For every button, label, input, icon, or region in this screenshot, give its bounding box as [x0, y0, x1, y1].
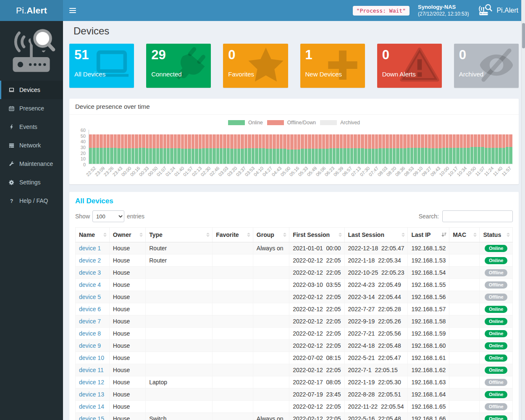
y-tick-label: 50: [81, 134, 86, 138]
cell-type: [146, 303, 213, 315]
summary-card-new-devices[interactable]: 1New Devices: [300, 44, 365, 88]
legend-item-archived[interactable]: Archived: [320, 120, 360, 126]
y-tick-label: 30: [81, 145, 86, 150]
legend-swatch: [228, 120, 245, 125]
page-length-select[interactable]: 100: [92, 210, 124, 222]
summary-card-down-alerts[interactable]: 0Down Alerts: [377, 44, 442, 88]
scrollbar-thumb[interactable]: [522, 23, 525, 48]
sidebar-item-settings[interactable]: Settings: [0, 173, 63, 192]
card-label: Down Alerts: [382, 71, 416, 78]
sort-asc-active-icon: [441, 232, 446, 237]
chart-bar: [463, 134, 466, 164]
device-link[interactable]: device 10: [79, 354, 104, 361]
cell-owner: House: [109, 315, 145, 328]
device-link[interactable]: device 15: [79, 415, 104, 420]
column-header-owner[interactable]: Owner: [109, 228, 145, 242]
y-tick-label: 60: [81, 128, 86, 132]
chart-bar: [152, 134, 155, 164]
device-link[interactable]: device 8: [79, 330, 101, 337]
cell-last-ip: 192.168.1.66: [408, 413, 449, 420]
chart-bar: [269, 134, 272, 164]
cell-first-session: 2022-02-12 22:05: [289, 413, 344, 420]
cell-last-session: 2022-1-18 22:05.34: [344, 255, 408, 267]
column-header-last-session[interactable]: Last Session: [344, 228, 408, 242]
column-header-name[interactable]: Name: [76, 228, 110, 242]
sidebar-item-devices[interactable]: Devices: [0, 81, 63, 99]
cell-last-ip: 192.168.1.54: [408, 267, 449, 279]
device-link[interactable]: device 7: [79, 318, 101, 325]
cell-type: [146, 279, 213, 291]
device-link[interactable]: device 12: [79, 379, 104, 386]
device-link[interactable]: device 5: [79, 294, 101, 300]
chart-bar: [244, 134, 247, 164]
cell-mac: [449, 315, 480, 328]
chart-bar: [195, 134, 198, 164]
sidebar-item-events[interactable]: Events: [0, 118, 63, 136]
device-link[interactable]: device 1: [79, 245, 101, 252]
column-header-first-session[interactable]: First Session: [289, 228, 344, 242]
summary-card-favorites[interactable]: 0Favorites: [223, 44, 288, 88]
brand-logo[interactable]: Pi.Alert: [0, 0, 63, 21]
device-link[interactable]: device 2: [79, 257, 101, 264]
cell-name: device 10: [76, 352, 110, 364]
summary-card-archived[interactable]: 0Archived: [454, 44, 519, 88]
summary-card-connected[interactable]: 29Connected: [146, 44, 211, 88]
chart-bar: [357, 134, 360, 164]
cell-owner: House: [109, 279, 145, 291]
cell-name: device 5: [76, 291, 110, 303]
cell-mac: [449, 364, 480, 376]
chart-bar: [223, 134, 226, 164]
cell-group: [253, 376, 289, 388]
cell-name: device 3: [76, 267, 110, 279]
legend-item-offline-down[interactable]: Offline/Down: [267, 120, 316, 126]
sidebar-item-maintenance[interactable]: Maintenance: [0, 155, 63, 173]
device-link[interactable]: device 11: [79, 367, 104, 373]
chart-bar: [301, 134, 304, 164]
device-link[interactable]: device 14: [79, 403, 104, 410]
page-scrollbar[interactable]: [521, 0, 525, 420]
device-link[interactable]: device 9: [79, 342, 101, 349]
chart-bar: [280, 134, 283, 164]
column-header-mac[interactable]: MAC: [449, 228, 480, 242]
device-link[interactable]: device 3: [79, 269, 101, 276]
table-row: device 2HouseRouter2022-02-12 22:052022-…: [76, 255, 513, 267]
chart-bar: [128, 134, 131, 164]
table-row: device 5House2022-02-12 22:052022-3-14 2…: [76, 291, 513, 303]
table-row: device 8House2022-02-12 22:052022-7-21 2…: [76, 328, 513, 340]
sidebar-item-presence[interactable]: Presence: [0, 99, 63, 118]
cell-status: Online: [480, 315, 513, 328]
devices-table-body: All Devices Show100entries Search: NameO…: [69, 192, 519, 420]
x-tick-label: 22:52: [85, 165, 97, 177]
chart-bar: [170, 134, 173, 164]
sidebar-item-help-faq[interactable]: ?Help / FAQ: [0, 192, 63, 210]
chart-bar: [205, 134, 208, 164]
sidebar-item-label: Presence: [19, 105, 44, 112]
legend-item-online[interactable]: Online: [228, 120, 263, 126]
table-row: device 4House2022-03-10 03:552022-4-23 2…: [76, 279, 513, 291]
sidebar-toggle-button[interactable]: [63, 0, 82, 21]
chart-bar: [453, 134, 456, 164]
column-header-last-ip[interactable]: Last IP: [408, 228, 449, 242]
chart-bar: [502, 134, 505, 164]
cell-favorite: [213, 242, 253, 255]
chart-bar: [276, 134, 279, 164]
sidebar-item-label: Network: [19, 142, 41, 149]
device-link[interactable]: device 6: [79, 306, 101, 312]
device-link[interactable]: device 13: [79, 391, 104, 398]
device-link[interactable]: device 4: [79, 281, 101, 288]
page-title: Devices: [74, 25, 519, 37]
table-search-input[interactable]: [442, 210, 513, 222]
sort-both-icon: [206, 233, 210, 237]
sidebar-item-network[interactable]: Network: [0, 136, 63, 155]
column-header-status[interactable]: Status: [480, 228, 513, 242]
column-header-group[interactable]: Group: [253, 228, 289, 242]
chart-bar: [142, 134, 145, 164]
status-badge: Online: [485, 257, 507, 264]
column-header-favorite[interactable]: Favorite: [213, 228, 253, 242]
cell-owner: House: [109, 364, 145, 376]
cell-mac: [449, 388, 480, 401]
summary-card-all-devices[interactable]: 51All Devices: [69, 44, 134, 88]
column-header-type[interactable]: Type: [146, 228, 213, 242]
card-value: 0: [459, 47, 514, 63]
brand-pi: Pi.: [16, 5, 26, 16]
